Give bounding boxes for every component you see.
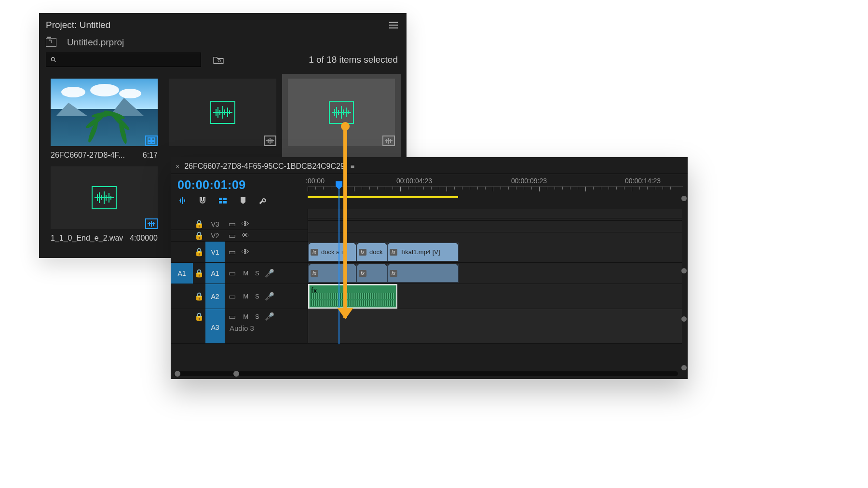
lock-icon[interactable]: 🔒 [193, 219, 205, 229]
sync-lock-icon[interactable]: ▭ [225, 292, 239, 301]
audio-clip-icon [92, 186, 117, 209]
eye-icon[interactable]: 👁 [239, 220, 252, 229]
sync-lock-icon[interactable]: ▭ [225, 269, 239, 278]
playhead-timecode[interactable]: 00:00:01:09 [177, 178, 308, 192]
sync-lock-icon[interactable]: ▭ [225, 247, 239, 257]
track-a2[interactable]: fx [308, 284, 682, 309]
track-v1[interactable]: fxdock a itl. fxdock fxTikal1.mp4 [V] [308, 242, 682, 263]
sync-lock-icon[interactable]: ▭ [225, 219, 239, 229]
bin-item[interactable] [163, 74, 282, 162]
sequence-name: 26FC6607-27D8-4F65-95CC-1BDCB24C9C29 [184, 162, 345, 171]
insert-mode-icon[interactable] [177, 196, 187, 205]
close-icon[interactable]: × [176, 163, 179, 170]
audio-badge-icon [382, 136, 395, 146]
svg-line-1 [54, 61, 56, 62]
audio-clip[interactable]: fx [356, 264, 387, 283]
track-header-v1[interactable]: 🔒 V1 ▭ 👁 [171, 242, 308, 263]
ruler-label: 00:00:04:23 [396, 177, 432, 185]
bin-item-duration: 4:00000 [130, 234, 158, 243]
track-header-v3[interactable]: 🔒 V3 ▭ 👁 [171, 218, 308, 230]
video-clip[interactable]: fxdock a itl. [308, 243, 356, 261]
bin-item-name: 26FC6607-27D8-4F... [51, 151, 125, 160]
project-header: Project: Untitled [39, 13, 407, 33]
project-controls: 1 of 18 items selected [39, 53, 407, 74]
scroll-dot[interactable] [681, 316, 687, 322]
timeline-header-left: 00:00:01:09 [171, 174, 308, 209]
svg-rect-45 [223, 198, 227, 200]
track-name[interactable]: V2 [205, 230, 225, 241]
lock-icon[interactable]: 🔒 [193, 292, 205, 301]
mute-solo[interactable]: MS [239, 270, 263, 277]
sync-lock-icon[interactable]: ▭ [225, 231, 239, 240]
music-clip[interactable]: fx [309, 285, 396, 308]
track-label: Audio 3 [225, 321, 308, 332]
scroll-dot[interactable] [681, 268, 687, 273]
search-bin-icon[interactable] [213, 55, 224, 64]
panel-menu-icon[interactable] [389, 22, 398, 28]
voiceover-icon[interactable]: 🎤 [263, 269, 276, 278]
svg-rect-6 [148, 141, 151, 144]
bin-item-name: 1_1_0_End_e_2.wav [51, 234, 123, 243]
project-breadcrumb: Untitled.prproj [39, 33, 407, 53]
voiceover-icon[interactable]: 🎤 [263, 312, 276, 321]
scroll-dot[interactable] [681, 196, 687, 201]
timeline-zoom-scrollbar[interactable] [174, 371, 678, 376]
audio-clip-icon [329, 101, 354, 124]
audio-clip[interactable]: fx [387, 264, 459, 283]
timeline-content[interactable]: fxdock a itl. fxdock fxTikal1.mp4 [V] fx… [308, 209, 682, 343]
bin-item-duration: 6:17 [143, 151, 158, 160]
search-input[interactable] [60, 56, 197, 64]
track-name[interactable]: A1 [205, 263, 225, 284]
lock-icon[interactable]: 🔒 [193, 247, 205, 257]
bin-thumbnail [51, 166, 158, 229]
lock-icon[interactable]: 🔒 [193, 309, 205, 321]
bin-item[interactable]: 26FC6607-27D8-4F... 6:17 [45, 74, 163, 162]
track-header-v2[interactable]: 🔒 V2 ▭ 👁 [171, 230, 308, 242]
tab-menu-icon[interactable]: ≡ [351, 163, 354, 170]
linked-selection-icon[interactable] [218, 196, 228, 205]
zoom-handle-right[interactable] [233, 371, 239, 377]
track-name[interactable]: V3 [205, 218, 225, 230]
zoom-handle-left[interactable] [175, 371, 180, 377]
ruler-label: 00:00:14:23 [625, 177, 661, 185]
svg-rect-4 [148, 138, 151, 140]
lock-icon[interactable]: 🔒 [193, 269, 205, 278]
bin-item-selected[interactable] [282, 74, 401, 162]
track-header-a2[interactable]: 🔒 A2 ▭ MS 🎤 [171, 284, 308, 309]
sync-lock-icon[interactable]: ▭ [225, 312, 239, 321]
video-thumbnail [51, 79, 158, 146]
time-ruler[interactable]: :00:00 00:00:04:23 00:00:09:23 00:00:14:… [308, 174, 688, 209]
selection-status: 1 of 18 items selected [309, 54, 400, 65]
wrench-icon[interactable] [258, 196, 268, 205]
folder-up-icon[interactable] [46, 38, 56, 47]
snap-icon[interactable] [198, 196, 207, 205]
search-input-wrap[interactable] [46, 53, 201, 67]
track-area: 🔒 V3 ▭ 👁 🔒 V2 ▭ 👁 🔒 V1 ▭ 👁 A1 🔒 A1 [171, 209, 688, 343]
track-headers: 🔒 V3 ▭ 👁 🔒 V2 ▭ 👁 🔒 V1 ▭ 👁 A1 🔒 A1 [171, 209, 308, 343]
audio-clip[interactable]: fx [308, 264, 356, 283]
eye-icon[interactable]: 👁 [239, 248, 252, 257]
eye-icon[interactable]: 👁 [239, 231, 252, 240]
track-name[interactable]: A2 [205, 284, 225, 309]
track-header-a1[interactable]: A1 🔒 A1 ▭ MS 🎤 [171, 263, 308, 284]
track-name[interactable]: V1 [205, 242, 225, 262]
voiceover-icon[interactable]: 🎤 [263, 292, 276, 301]
video-clip[interactable]: fxTikal1.mp4 [V] [387, 243, 459, 261]
marker-icon[interactable] [238, 196, 248, 205]
timeline-panel: × 26FC6607-27D8-4F65-95CC-1BDCB24C9C29 ≡… [171, 157, 688, 379]
track-header-a3[interactable]: 🔒 A3 ▭ MS 🎤 Audio 3 [171, 309, 308, 344]
work-area-bar[interactable] [308, 196, 458, 198]
bin-label: 1_1_0_End_e_2.wav 4:00000 [51, 229, 158, 243]
bin-item[interactable]: 1_1_0_End_e_2.wav 4:00000 [45, 162, 163, 244]
video-clip[interactable]: fxdock [356, 243, 387, 261]
source-patch[interactable]: A1 [171, 263, 193, 284]
lock-icon[interactable]: 🔒 [193, 231, 205, 240]
timeline-tab[interactable]: × 26FC6607-27D8-4F65-95CC-1BDCB24C9C29 ≡ [171, 157, 688, 174]
timeline-header: 00:00:01:09 :00:00 00:00:04:23 00:00:09:… [171, 174, 688, 209]
track-name[interactable]: A3 [205, 309, 225, 343]
mute-solo[interactable]: MS [239, 293, 263, 300]
scroll-dot[interactable] [681, 365, 687, 370]
track-a1[interactable]: fx fx fx [308, 263, 682, 284]
search-icon [50, 56, 57, 63]
mute-solo[interactable]: MS [239, 313, 263, 320]
